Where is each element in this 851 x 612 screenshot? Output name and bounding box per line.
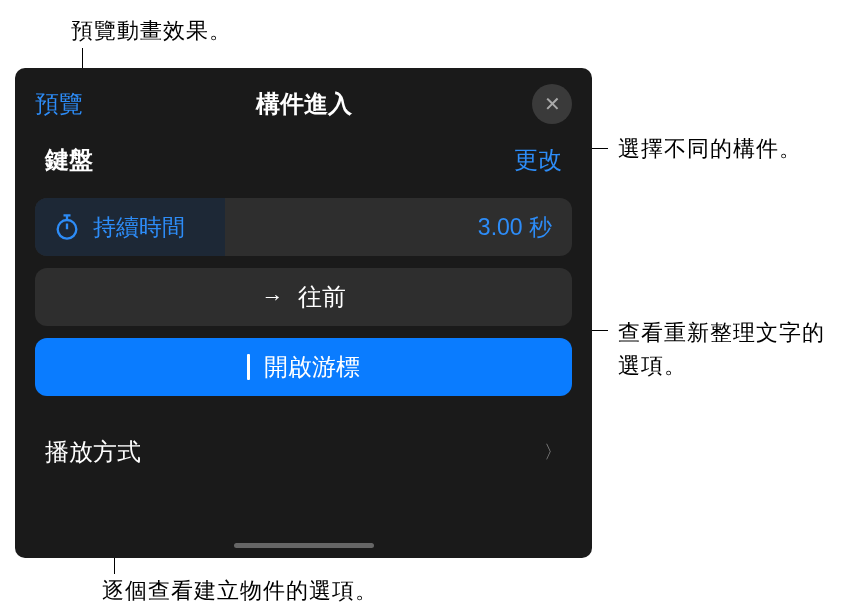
panel-header: 預覽 構件進入 ✕ (15, 68, 592, 134)
build-name-label: 鍵盤 (45, 144, 93, 176)
close-icon: ✕ (544, 92, 561, 116)
arrow-forward-icon: → (262, 284, 284, 310)
annotation-playback: 逐個查看建立物件的選項。 (102, 576, 378, 606)
preview-button[interactable]: 預覽 (35, 88, 83, 120)
playback-label: 播放方式 (45, 436, 141, 468)
chevron-right-icon: 〉 (544, 440, 562, 464)
annotation-preview: 預覽動畫效果。 (71, 16, 232, 46)
close-button[interactable]: ✕ (532, 84, 572, 124)
duration-row[interactable]: 持續時間 3.00 秒 (35, 198, 572, 256)
annotation-direction: 查看重新整理文字的選項。 (618, 316, 838, 382)
change-button[interactable]: 更改 (514, 144, 562, 176)
annotation-change: 選擇不同的構件。 (618, 134, 802, 164)
direction-label: 往前 (298, 281, 346, 313)
panel-title: 構件進入 (256, 88, 352, 120)
duration-value: 3.00 秒 (478, 212, 552, 243)
build-in-panel: 預覽 構件進入 ✕ 鍵盤 更改 持續時間 3.00 秒 → 往前 開啟游標 播放… (15, 68, 592, 558)
home-indicator[interactable] (234, 543, 374, 548)
playback-row[interactable]: 播放方式 〉 (45, 436, 562, 468)
stopwatch-icon (53, 213, 81, 241)
svg-point-0 (58, 220, 77, 239)
cursor-icon (247, 354, 250, 380)
direction-row[interactable]: → 往前 (35, 268, 572, 326)
cursor-label: 開啟游標 (264, 351, 360, 383)
cursor-toggle-button[interactable]: 開啟游標 (35, 338, 572, 396)
sub-header: 鍵盤 更改 (15, 134, 592, 190)
duration-label: 持續時間 (93, 212, 185, 243)
